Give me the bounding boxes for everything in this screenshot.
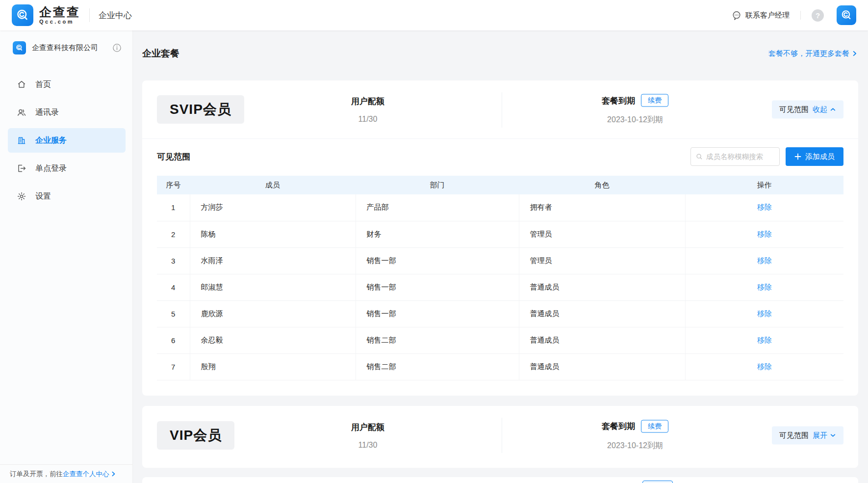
quota-value: 11/30 xyxy=(309,440,427,449)
sidebar-item-label: 首页 xyxy=(35,80,51,90)
renew-button[interactable]: 续费 xyxy=(641,94,668,107)
sidebar-menu: 首页 通讯录 企业服务 xyxy=(0,72,132,209)
vip-expiry: 套餐到期 续费 2023-10-12到期 xyxy=(571,420,699,451)
index-cell: 3 xyxy=(157,247,190,274)
remove-member-link[interactable]: 移除 xyxy=(757,230,772,238)
sidebar-item-label: 单点登录 xyxy=(35,163,67,174)
action-cell: 移除 xyxy=(685,353,843,380)
portal-title: 企业中心 xyxy=(99,10,132,21)
remove-member-link[interactable]: 移除 xyxy=(757,362,772,371)
sidebar-item-enterprise-services[interactable]: 企业服务 xyxy=(8,128,126,153)
building-icon xyxy=(17,135,26,145)
renew-button-partial[interactable] xyxy=(642,481,673,483)
index-cell: 5 xyxy=(157,300,190,327)
header-stat-divider xyxy=(502,418,502,453)
gear-icon xyxy=(17,191,26,201)
brand-name: 企查查 xyxy=(39,5,80,18)
visible-scope-collapse-toggle[interactable]: 可见范围 收起 xyxy=(772,101,843,119)
member-search-box xyxy=(690,147,780,166)
company-row: 企查查科技有限公司 xyxy=(0,30,132,57)
table-row: 1方润莎产品部拥有者移除 xyxy=(157,194,843,221)
renew-button[interactable]: 续费 xyxy=(641,420,668,432)
member-cell: 郎淑慧 xyxy=(190,274,356,300)
brand-text: 企查查 Qcc.com xyxy=(39,5,80,25)
dept-cell: 产品部 xyxy=(356,194,519,221)
action-cell: 移除 xyxy=(685,274,843,300)
chevron-right-icon xyxy=(110,471,117,477)
action-cell: 移除 xyxy=(685,194,843,221)
index-cell: 7 xyxy=(157,353,190,380)
sidebar-item-sso[interactable]: 单点登录 xyxy=(8,156,126,181)
member-cell: 陈杨 xyxy=(190,221,356,247)
table-header-row: 序号 成员 部门 角色 操作 xyxy=(157,176,843,194)
contact-manager-button[interactable]: 联系客户经理 xyxy=(732,10,790,20)
table-row: 4郎淑慧销售一部普通成员移除 xyxy=(157,274,843,300)
more-packages-label: 套餐不够，开通更多套餐 xyxy=(768,49,849,58)
scope-section-title: 可见范围 xyxy=(157,151,190,162)
member-search-input[interactable] xyxy=(706,153,774,161)
remove-member-link[interactable]: 移除 xyxy=(757,309,772,318)
quota-label: 用户配额 xyxy=(351,96,384,107)
sidebar-item-home[interactable]: 首页 xyxy=(8,72,126,97)
help-icon[interactable]: ? xyxy=(812,9,824,22)
quota-label: 用户配额 xyxy=(351,421,384,432)
table-row: 6余忍毅销售二部普通成员移除 xyxy=(157,327,843,353)
remove-member-link[interactable]: 移除 xyxy=(757,283,772,291)
remove-member-link[interactable]: 移除 xyxy=(757,256,772,265)
sidebar-item-label: 企业服务 xyxy=(35,135,67,146)
dept-cell: 销售一部 xyxy=(356,300,519,327)
sidebar-item-label: 通讯录 xyxy=(35,107,59,118)
remove-member-link[interactable]: 移除 xyxy=(757,336,772,344)
sidebar-item-contacts[interactable]: 通讯录 xyxy=(8,100,126,125)
page-title: 企业套餐 xyxy=(142,47,179,60)
next-package-card-partial xyxy=(142,477,858,483)
brand-logo[interactable]: 企查查 Qcc.com xyxy=(12,4,80,26)
main-content: 企业套餐 套餐不够，开通更多套餐 SVIP会员 用户配额 11/30 套餐到期 … xyxy=(133,30,868,483)
chevron-up-icon xyxy=(830,107,836,113)
role-cell: 管理员 xyxy=(519,221,685,247)
member-cell: 鹿欣源 xyxy=(190,300,356,327)
col-role: 角色 xyxy=(519,176,685,194)
add-member-button[interactable]: 添加成员 xyxy=(786,147,843,166)
sidebar-footer: 订单及开票，前往企查查个人中心 xyxy=(0,464,132,483)
svip-quota: 用户配额 11/30 xyxy=(309,96,427,124)
home-icon xyxy=(17,80,26,89)
header-stat-divider xyxy=(502,92,502,128)
col-index: 序号 xyxy=(157,176,190,194)
user-avatar[interactable] xyxy=(837,5,856,25)
info-icon[interactable] xyxy=(112,43,122,53)
remove-member-link[interactable]: 移除 xyxy=(757,203,772,211)
col-department: 部门 xyxy=(356,176,519,194)
quota-value: 11/30 xyxy=(309,115,427,124)
sidebar-item-settings[interactable]: 设置 xyxy=(8,184,126,209)
index-cell: 1 xyxy=(157,194,190,221)
sso-icon xyxy=(17,163,26,173)
visible-scope-section: 可见范围 添加成员 xyxy=(142,147,858,380)
company-logo-icon xyxy=(13,41,26,54)
personal-center-link[interactable]: 企查查个人中心 xyxy=(63,470,117,479)
add-member-label: 添加成员 xyxy=(805,152,835,161)
role-cell: 普通成员 xyxy=(519,353,685,380)
personal-center-label: 企查查个人中心 xyxy=(63,470,109,479)
action-cell: 移除 xyxy=(685,327,843,353)
scope-pill-label: 可见范围 xyxy=(779,105,809,114)
collapse-label: 收起 xyxy=(813,105,827,114)
svip-expiry: 套餐到期 续费 2023-10-12到期 xyxy=(571,94,699,125)
role-cell: 普通成员 xyxy=(519,274,685,300)
chat-bubble-icon xyxy=(732,10,741,20)
dept-cell: 销售二部 xyxy=(356,327,519,353)
more-packages-link[interactable]: 套餐不够，开通更多套餐 xyxy=(768,49,858,58)
index-cell: 4 xyxy=(157,274,190,300)
company-name: 企查查科技有限公司 xyxy=(32,43,112,53)
qcc-logo-icon xyxy=(12,4,33,26)
members-table: 序号 成员 部门 角色 操作 1方润莎产品部拥有者移除2陈杨财务管理员移除3水雨… xyxy=(157,176,843,380)
action-cell: 移除 xyxy=(685,300,843,327)
svip-badge: SVIP会员 xyxy=(157,95,244,124)
role-cell: 普通成员 xyxy=(519,300,685,327)
sidebar-item-label: 设置 xyxy=(35,191,51,202)
brand-domain: Qcc.com xyxy=(39,19,80,25)
role-cell: 管理员 xyxy=(519,247,685,274)
header-divider xyxy=(89,8,90,22)
visible-scope-expand-toggle[interactable]: 可见范围 展开 xyxy=(772,426,843,444)
contact-manager-label: 联系客户经理 xyxy=(745,11,790,20)
